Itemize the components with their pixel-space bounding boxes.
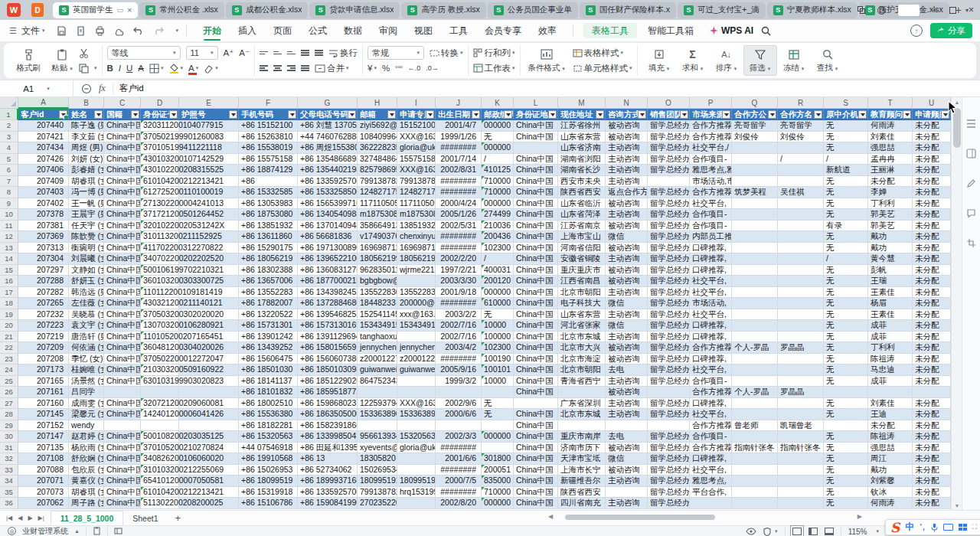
cell[interactable]: 口碑推荐, <box>690 453 732 465</box>
cell[interactable]: 10000 <box>482 376 514 387</box>
ime-expand-icon[interactable]: ⛶ <box>972 523 977 531</box>
cell[interactable]: 500108200203035125 <box>141 431 179 443</box>
cell[interactable]: China中国 <box>104 443 141 454</box>
cell[interactable]: 平台合作, <box>690 487 732 498</box>
column-header-U[interactable]: U <box>913 97 951 109</box>
cell[interactable] <box>514 142 558 154</box>
cell[interactable]: 无 <box>824 265 868 276</box>
rows-columns-button[interactable]: 行和列 ▾ <box>473 47 515 59</box>
cell[interactable]: 李文茹 (女 <box>69 132 104 143</box>
cell[interactable]: 2000/7/5 <box>436 476 482 487</box>
cell[interactable] <box>778 409 824 420</box>
cell[interactable]: +86 1354402198 <box>298 165 358 176</box>
cell[interactable]: 陈祖涛 <box>868 354 913 365</box>
copy-button[interactable]: ▾ <box>79 62 97 74</box>
ime-punctuation-icon[interactable]: ’, <box>920 523 926 531</box>
cell[interactable]: 留学总经办 <box>648 142 690 154</box>
percent-button[interactable]: % <box>382 64 390 73</box>
cell[interactable]: 赵君婷 (女 <box>69 431 104 443</box>
share-button[interactable]: 分享 <box>930 23 972 38</box>
cell[interactable]: 孟冉冉 <box>868 154 913 165</box>
cell[interactable] <box>482 443 514 454</box>
sum-button[interactable]: Σ 求和 ▾ <box>676 45 710 76</box>
cell[interactable]: 无 <box>824 431 868 443</box>
convert-button[interactable]: 转换 ▾ <box>430 47 463 59</box>
cell[interactable]: 留学总经办 <box>648 187 690 198</box>
cell[interactable]: 135522836 <box>358 287 397 299</box>
cell[interactable]: 未分配 <box>913 154 951 165</box>
cell[interactable]: 周煜 (男) <box>69 142 104 154</box>
cell[interactable]: 340702200202202520 <box>141 253 179 265</box>
cell[interactable]: 任天宇 (女 <box>69 221 104 232</box>
cell[interactable]: 丁利利 <box>868 342 913 354</box>
cell[interactable]: 微信 <box>606 453 648 465</box>
cell[interactable]: 155751588 <box>397 154 436 165</box>
cell[interactable]: 无 <box>824 476 868 487</box>
row-header-26[interactable]: 26 <box>0 387 18 398</box>
cell[interactable] <box>778 453 824 465</box>
cell[interactable]: 无 <box>482 132 514 143</box>
merge-cells-button[interactable]: 合并 ▾ <box>315 63 349 74</box>
cell[interactable]: 身份证号 <box>141 109 179 120</box>
cell[interactable]: 180995191 <box>397 476 436 487</box>
cell[interactable]: 吕同学 <box>69 387 104 398</box>
cell[interactable]: 未分配 <box>913 298 951 309</box>
cell[interactable]: 留学总经办 <box>648 154 690 165</box>
cell[interactable] <box>732 165 778 176</box>
cell[interactable]: 207161 <box>18 387 69 398</box>
menu-tab-会员专享[interactable]: 会员专享 <box>476 20 530 41</box>
row-header-17[interactable]: 17 <box>0 287 18 299</box>
number-format-select[interactable]: 常规▾ <box>368 46 424 60</box>
cell[interactable]: +44 7460762888 <box>298 132 358 143</box>
cell[interactable]: China中国 <box>514 231 558 243</box>
cell[interactable]: 122593794 <box>358 398 397 410</box>
cell[interactable]: 100101 <box>482 364 514 376</box>
cell[interactable]: 371721200501264452 <box>141 209 179 221</box>
cell[interactable]: 吴晓慕 (女 <box>69 309 104 321</box>
column-header-Q[interactable]: Q <box>732 97 778 109</box>
cell[interactable]: 郭美艺 <box>868 221 913 232</box>
cell[interactable]: / <box>482 154 514 165</box>
cell[interactable] <box>732 453 778 465</box>
cell[interactable]: hrq153199 <box>397 487 436 498</box>
cell[interactable]: 无 <box>824 364 868 376</box>
cell[interactable]: 310113200211152925 <box>141 231 179 243</box>
cell[interactable]: 国籍 <box>104 109 141 120</box>
cell[interactable]: 文静如 (女 <box>69 265 104 276</box>
cell[interactable]: 未分配 <box>913 476 951 487</box>
cell[interactable]: 207304 <box>18 253 69 265</box>
cell[interactable]: +86 18002510 <box>239 398 298 410</box>
cell[interactable]: 山东省菏泽 <box>558 209 606 221</box>
cell[interactable]: 留学总经办 <box>648 320 690 332</box>
cell[interactable]: tanghaoxu <box>358 332 397 343</box>
row-header-35[interactable]: 35 <box>0 487 18 498</box>
cell[interactable]: 电子科技大 <box>558 298 606 309</box>
screen-share-icon[interactable]: ▭ <box>117 6 124 14</box>
upload-icon[interactable]: ↑ <box>910 25 923 37</box>
save-icon[interactable] <box>57 26 67 36</box>
cell[interactable] <box>732 243 778 254</box>
cell[interactable]: 610000 <box>482 298 514 309</box>
cell[interactable] <box>397 332 436 343</box>
cell[interactable]: 207402 <box>18 198 69 210</box>
cell[interactable]: 207152 <box>18 420 69 432</box>
cell[interactable]: 戴功 <box>868 231 913 243</box>
cell[interactable]: chenxinyur <box>397 231 436 243</box>
cell[interactable]: 重庆重庆市 <box>558 265 606 276</box>
cell[interactable]: +86 刘慧 137052 <box>298 120 358 132</box>
column-header-G[interactable]: G <box>298 97 358 109</box>
row-header-29[interactable]: 29 <box>0 420 18 432</box>
row-header-5[interactable]: 5 <box>0 154 18 165</box>
cell[interactable]: 207421 <box>18 132 69 143</box>
cell[interactable] <box>732 364 778 376</box>
cell[interactable]: 咨询方式 <box>606 109 648 120</box>
cell[interactable]: 丁利利 <box>868 198 913 210</box>
cell[interactable]: +86 1899937166 <box>298 476 358 487</box>
borders-button[interactable]: ▾ <box>149 64 164 74</box>
cell[interactable]: 王丽淋 <box>868 165 913 176</box>
cell[interactable]: wendy <box>69 420 104 432</box>
align-middle-icon[interactable] <box>273 50 282 56</box>
cell[interactable]: +86 1391129694 <box>298 332 358 343</box>
cell[interactable] <box>436 420 482 432</box>
row-header-31[interactable]: 31 <box>0 443 18 454</box>
